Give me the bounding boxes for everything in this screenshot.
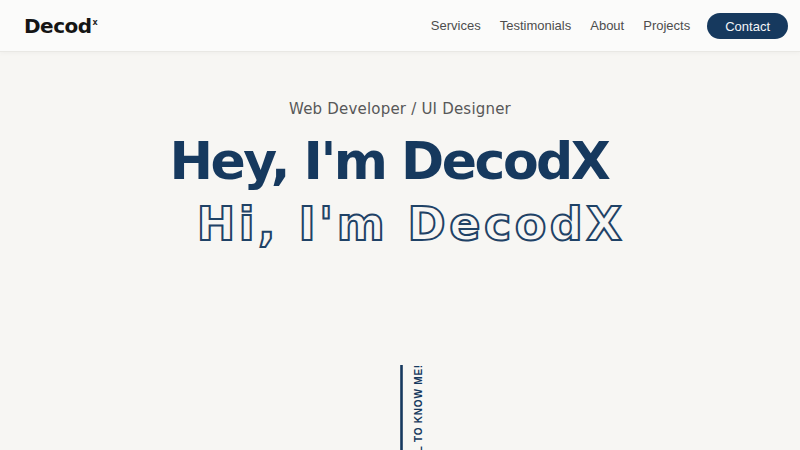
logo[interactable]: Decodx [24, 14, 97, 38]
main-nav: Services Testimonials About Projects [431, 18, 690, 33]
nav-link-testimonials[interactable]: Testimonials [500, 18, 572, 33]
nav-link-services[interactable]: Services [431, 18, 481, 33]
site-header: Decodx Services Testimonials About Proje… [0, 0, 800, 52]
contact-button[interactable]: Contact [707, 13, 788, 39]
hero-headline-outline: Hi, I'm DecodX [11, 201, 800, 247]
logo-mark: x [93, 18, 98, 27]
nav-link-about[interactable]: About [590, 18, 624, 33]
hero-section: Web Developer / UI Designer Hey, I'm Dec… [0, 52, 800, 450]
nav-link-projects[interactable]: Projects [643, 18, 690, 33]
header-right: Services Testimonials About Projects Con… [431, 13, 788, 39]
scroll-label: SCROLL TO KNOW ME! [413, 364, 424, 450]
logo-text: Decod [24, 14, 92, 38]
hero-subtitle: Web Developer / UI Designer [0, 100, 800, 118]
hero-headline: Hey, I'm DecodX [0, 135, 789, 187]
